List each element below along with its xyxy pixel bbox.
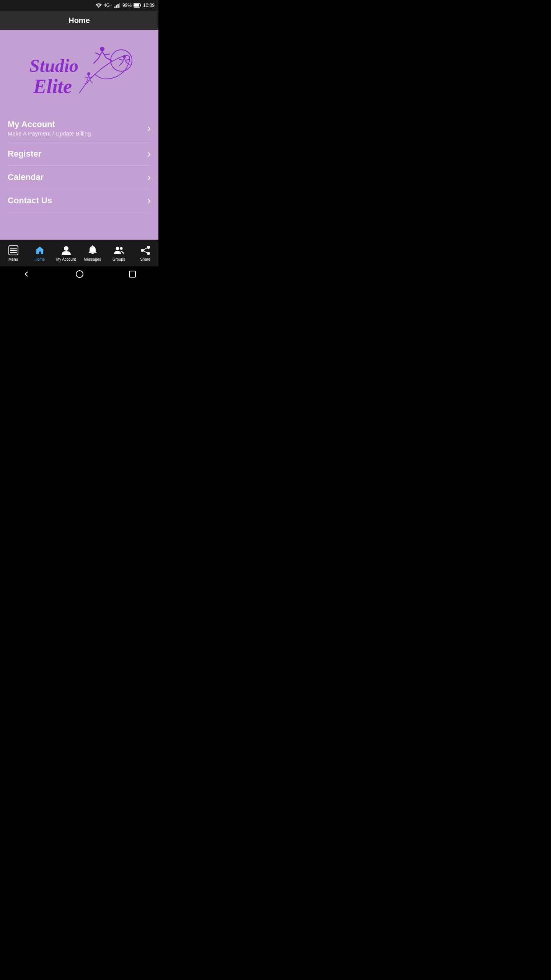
svg-rect-1 (114, 7, 116, 8)
nav-item-menu[interactable]: Menu (2, 245, 25, 261)
svg-rect-29 (129, 271, 135, 277)
contact-us-chevron: › (147, 194, 151, 207)
bottom-nav: Menu Home My Account Messages (0, 240, 158, 266)
svg-point-11 (87, 72, 90, 75)
menu-icon (8, 245, 19, 256)
network-indicator: 4G+ (104, 3, 112, 8)
register-chevron: › (147, 148, 151, 160)
contact-us-title: Contact Us (8, 196, 147, 206)
svg-line-26 (143, 248, 147, 250)
svg-point-25 (147, 252, 150, 255)
time-display: 10:09 (143, 3, 155, 8)
nav-item-my-account[interactable]: My Account (55, 245, 78, 261)
share-icon (140, 245, 151, 256)
svg-text:Studio: Studio (29, 56, 78, 76)
nav-item-share[interactable]: Share (134, 245, 157, 261)
messages-icon (87, 245, 98, 256)
menu-item-my-account-content: My Account Make A Payment / Update Billi… (8, 119, 147, 137)
groups-icon (114, 245, 124, 256)
svg-point-18 (64, 246, 68, 251)
menu-item-my-account[interactable]: My Account Make A Payment / Update Billi… (8, 114, 151, 142)
nav-item-groups[interactable]: Groups (108, 245, 130, 261)
my-account-subtitle: Make A Payment / Update Billing (8, 130, 147, 137)
svg-point-28 (76, 271, 83, 278)
svg-rect-6 (134, 4, 139, 7)
menu-item-register-content: Register (8, 149, 147, 159)
signal-icon (114, 3, 121, 8)
calendar-chevron: › (147, 171, 151, 183)
svg-point-22 (120, 247, 122, 250)
nav-item-messages[interactable]: Messages (81, 245, 104, 261)
nav-groups-label: Groups (112, 257, 125, 261)
nav-home-label: Home (34, 257, 45, 261)
studio-elite-logo: Studio Elite (18, 39, 140, 105)
svg-rect-20 (92, 245, 93, 247)
home-button[interactable] (75, 270, 84, 279)
svg-line-27 (143, 251, 147, 253)
svg-rect-15 (10, 248, 17, 249)
svg-rect-3 (117, 4, 119, 8)
svg-text:Elite: Elite (33, 75, 72, 97)
svg-point-10 (100, 47, 104, 51)
status-icons: 4G+ 99% 10:09 (96, 3, 155, 8)
page-title: Home (68, 16, 90, 25)
svg-point-21 (116, 247, 119, 250)
menu-item-calendar-content: Calendar (8, 172, 147, 182)
nav-messages-label: Messages (84, 257, 101, 261)
nav-menu-label: Menu (8, 257, 18, 261)
status-bar: 4G+ 99% 10:09 (0, 0, 158, 11)
nav-share-label: Share (140, 257, 150, 261)
battery-icon (134, 3, 141, 8)
my-account-chevron: › (147, 122, 151, 134)
svg-point-23 (147, 246, 150, 249)
nav-item-home[interactable]: Home (28, 245, 51, 261)
system-nav-bar (0, 266, 158, 282)
svg-rect-2 (116, 5, 117, 8)
svg-rect-16 (10, 250, 17, 251)
battery-percentage: 99% (122, 3, 132, 8)
main-content: Studio Elite My Account Make A Payment /… (0, 30, 158, 240)
menu-item-calendar[interactable]: Calendar › (8, 166, 151, 189)
menu-item-register[interactable]: Register › (8, 142, 151, 166)
app-header: Home (0, 11, 158, 30)
menu-item-contact-us[interactable]: Contact Us › (8, 189, 151, 212)
svg-rect-4 (119, 3, 120, 8)
svg-rect-19 (91, 253, 94, 254)
svg-rect-17 (10, 252, 17, 253)
my-account-nav-icon (61, 245, 72, 256)
home-icon (34, 245, 45, 256)
back-button[interactable] (22, 270, 31, 279)
wifi-icon (96, 3, 102, 8)
logo-area: Studio Elite (8, 38, 151, 106)
svg-point-0 (98, 7, 99, 8)
my-account-title: My Account (8, 119, 147, 129)
svg-point-9 (123, 55, 126, 58)
menu-item-contact-us-content: Contact Us (8, 196, 147, 206)
nav-my-account-label: My Account (56, 257, 76, 261)
svg-rect-7 (140, 5, 141, 7)
recent-apps-button[interactable] (128, 270, 137, 278)
svg-point-24 (141, 249, 144, 252)
register-title: Register (8, 149, 147, 159)
calendar-title: Calendar (8, 172, 147, 182)
